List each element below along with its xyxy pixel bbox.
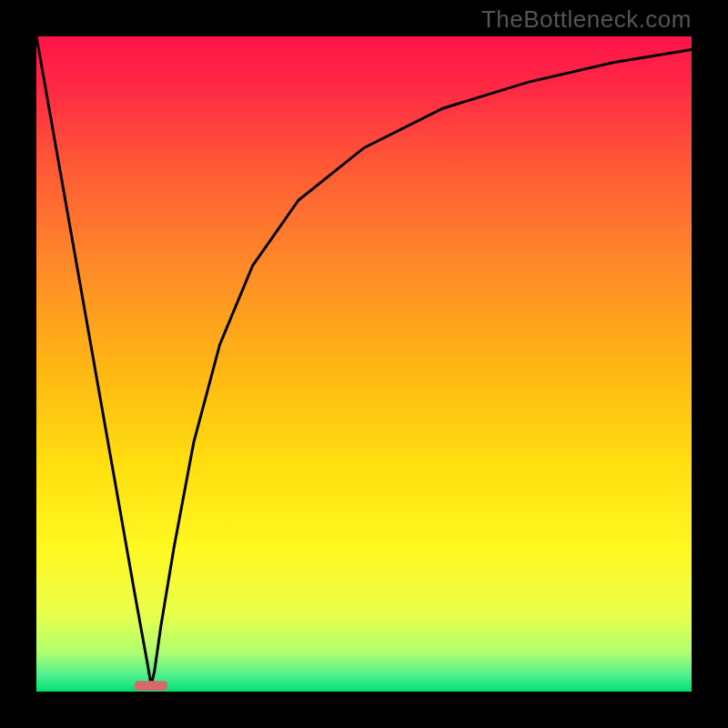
plot-area: [36, 36, 692, 692]
chart-frame: TheBottleneck.com: [0, 0, 728, 728]
chart-svg: [36, 36, 692, 692]
minimum-marker: [135, 681, 167, 691]
watermark-text: TheBottleneck.com: [481, 5, 692, 34]
